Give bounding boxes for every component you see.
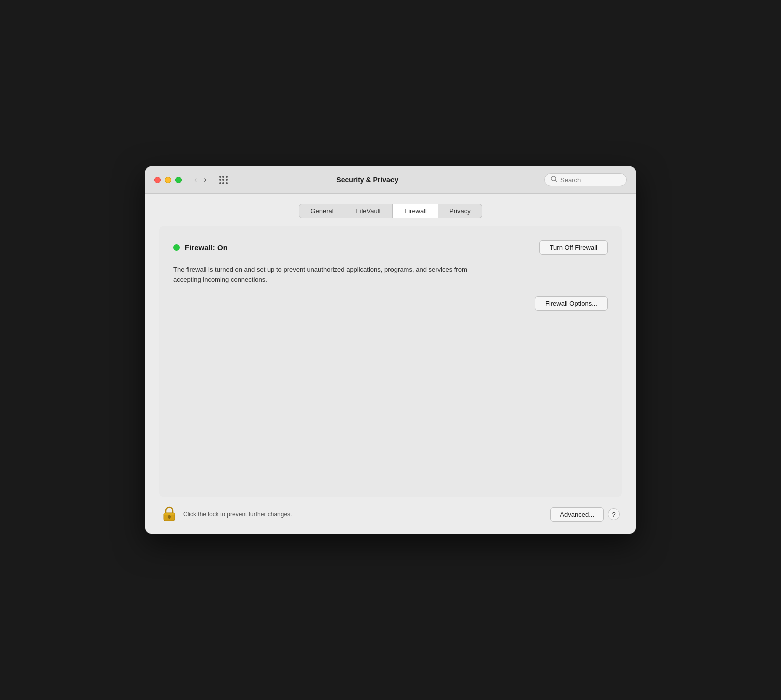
search-icon xyxy=(551,176,557,184)
content-area: General FileVault Firewall Privacy Firew… xyxy=(145,194,636,534)
firewall-options-row: Firewall Options... xyxy=(173,296,608,311)
titlebar: ‹ › Security & Privacy xyxy=(145,166,636,194)
status-dot-green xyxy=(173,244,180,251)
minimize-button[interactable] xyxy=(165,177,171,183)
tab-firewall[interactable]: Firewall xyxy=(393,204,438,218)
lock-icon[interactable] xyxy=(161,505,177,524)
firewall-status: Firewall: On xyxy=(173,243,228,252)
window-title: Security & Privacy xyxy=(197,176,538,184)
search-input[interactable] xyxy=(560,176,620,184)
firewall-options-button[interactable]: Firewall Options... xyxy=(535,296,608,311)
close-button[interactable] xyxy=(154,177,161,183)
advanced-button[interactable]: Advanced... xyxy=(550,507,604,522)
svg-rect-3 xyxy=(164,513,175,515)
firewall-panel: Firewall: On Turn Off Firewall The firew… xyxy=(159,226,622,497)
bottom-bar: Click the lock to prevent further change… xyxy=(159,497,622,534)
firewall-status-label: Firewall: On xyxy=(185,243,228,252)
lock-svg xyxy=(162,506,176,523)
tab-general[interactable]: General xyxy=(299,204,345,218)
firewall-header: Firewall: On Turn Off Firewall xyxy=(173,240,608,255)
help-button[interactable]: ? xyxy=(608,508,620,520)
main-window: ‹ › Security & Privacy General xyxy=(145,166,636,534)
tabs: General FileVault Firewall Privacy xyxy=(159,204,622,218)
svg-rect-5 xyxy=(169,517,170,519)
tab-privacy[interactable]: Privacy xyxy=(438,204,482,218)
firewall-description: The firewall is turned on and set up to … xyxy=(173,265,494,284)
bottom-actions: Advanced... ? xyxy=(550,507,620,522)
lock-text: Click the lock to prevent further change… xyxy=(183,511,544,518)
svg-line-1 xyxy=(555,180,557,182)
tab-filevault[interactable]: FileVault xyxy=(345,204,393,218)
traffic-lights xyxy=(154,177,182,183)
turn-off-firewall-button[interactable]: Turn Off Firewall xyxy=(539,240,608,255)
maximize-button[interactable] xyxy=(175,177,182,183)
search-box[interactable] xyxy=(544,173,627,186)
